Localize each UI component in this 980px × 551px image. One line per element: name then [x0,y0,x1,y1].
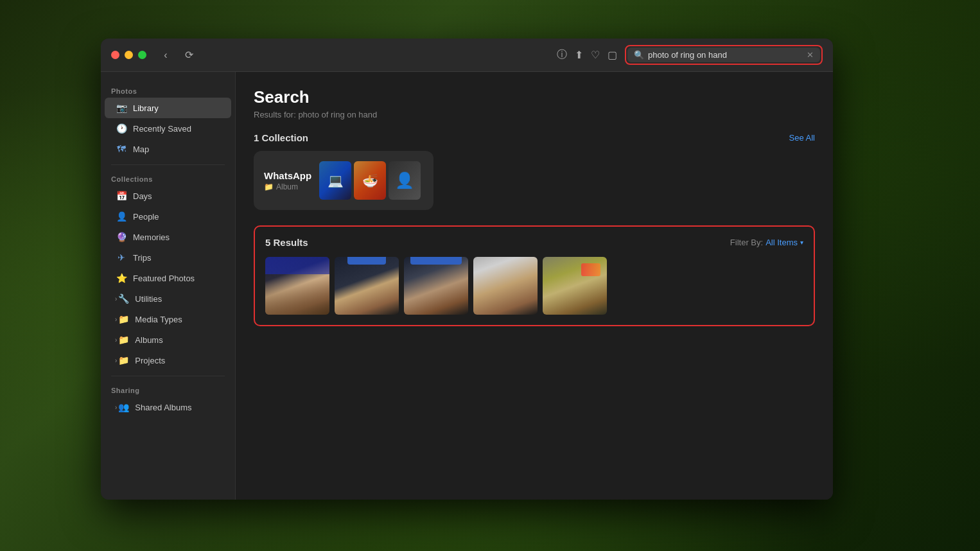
sidebar-days-label: Days [133,191,221,201]
collection-thumb-1 [319,161,351,200]
app-window: ‹ ⟳ ⓘ ⬆ ♡ ▢ 🔍 ✕ Photos 📷 Library [101,39,833,500]
sidebar-recently-saved-label: Recently Saved [133,124,221,134]
main-content: Photos 📷 Library 🕐 Recently Saved 🗺 Map … [101,72,833,500]
sidebar-section-collections: Collections [101,170,235,186]
sidebar-item-media-types[interactable]: › 📁 Media Types [105,309,231,329]
collection-thumbnails [319,161,423,200]
results-header: 5 Results Filter By: All Items ▾ [265,237,803,248]
traffic-lights [111,51,146,59]
sidebar-item-albums[interactable]: › 📁 Albums [105,329,231,350]
sidebar-item-library[interactable]: 📷 Library [105,98,231,118]
info-icon[interactable]: ⓘ [557,48,567,62]
fullscreen-button[interactable] [138,51,146,59]
nav-buttons: ‹ ⟳ [157,46,198,64]
photo-result-5[interactable] [543,257,607,315]
rotate-button[interactable]: ⟳ [180,46,198,64]
collection-info: WhatsApp 📁 Album [264,170,311,191]
collection-thumb-3 [389,161,421,200]
search-container: 🔍 ✕ [627,48,820,62]
content-area: Search Results for: photo of ring on han… [236,72,833,500]
sidebar-item-projects[interactable]: › 📁 Projects [105,350,231,371]
sidebar-section-sharing: Sharing [101,381,235,397]
search-clear-icon[interactable]: ✕ [807,50,814,60]
sidebar-people-label: People [133,212,221,222]
collection-type: 📁 Album [264,182,311,191]
photo-result-2[interactable] [335,257,399,315]
search-box-highlighted: 🔍 ✕ [625,45,823,65]
filter-value[interactable]: All Items [766,238,798,247]
results-count-title: 5 Results [265,237,308,248]
people-icon: 👤 [115,210,128,223]
sidebar-trips-label: Trips [133,253,221,263]
sidebar-item-days[interactable]: 📅 Days [105,186,231,206]
page-title: Search [254,87,815,107]
results-section: 5 Results Filter By: All Items ▾ [254,225,815,326]
whatsapp-collection-card[interactable]: WhatsApp 📁 Album [254,151,433,210]
sidebar-shared-albums-label: Shared Albums [135,403,221,412]
sidebar-divider-1 [111,164,225,165]
sidebar-media-types-label: Media Types [135,315,221,324]
filter-chevron-icon: ▾ [800,239,803,246]
sidebar-divider-2 [111,376,225,376]
see-all-button[interactable]: See All [789,133,815,143]
utilities-icon: 🔧 [117,292,130,305]
sidebar-item-people[interactable]: 👤 People [105,206,231,227]
titlebar: ‹ ⟳ ⓘ ⬆ ♡ ▢ 🔍 ✕ [101,39,833,72]
sidebar-utilities-label: Utilities [135,294,221,304]
sidebar-projects-label: Projects [135,356,221,365]
memories-icon: 🔮 [115,231,128,243]
sidebar-item-recently-saved[interactable]: 🕐 Recently Saved [105,118,231,139]
heart-icon[interactable]: ♡ [591,49,600,61]
collection-section-header: 1 Collection See All [254,132,815,143]
sidebar: Photos 📷 Library 🕐 Recently Saved 🗺 Map … [101,72,236,500]
collection-section-title: 1 Collection [254,132,308,143]
sidebar-item-utilities[interactable]: › 🔧 Utilities [105,288,231,309]
filter-by-label: Filter By: [730,238,763,247]
sidebar-item-featured-photos[interactable]: ⭐ Featured Photos [105,268,231,288]
photos-grid [265,257,803,315]
days-icon: 📅 [115,189,128,202]
collection-name: WhatsApp [264,170,311,181]
minimize-button[interactable] [125,51,133,59]
results-for-text: Results for: photo of ring on hand [254,110,815,119]
toolbar-tools: ⓘ ⬆ ♡ ▢ [557,48,617,62]
albums-icon: 📁 [117,333,130,346]
sidebar-item-trips[interactable]: ✈ Trips [105,247,231,268]
sidebar-item-memories[interactable]: 🔮 Memories [105,227,231,247]
sidebar-memories-label: Memories [133,232,221,242]
search-icon: 🔍 [634,50,644,60]
share-icon[interactable]: ⬆ [575,49,583,61]
media-types-icon: 📁 [117,313,130,326]
sidebar-section-photos: Photos [101,82,235,98]
sidebar-item-shared-albums[interactable]: › 👥 Shared Albums [105,397,231,417]
library-icon: 📷 [115,101,128,114]
slideshow-icon[interactable]: ▢ [608,49,617,61]
search-input[interactable] [648,50,807,60]
recently-saved-icon: 🕐 [115,122,128,135]
map-icon: 🗺 [115,143,128,155]
close-button[interactable] [111,51,119,59]
sidebar-item-map[interactable]: 🗺 Map [105,139,231,159]
trips-icon: ✈ [115,251,128,264]
sidebar-library-label: Library [133,103,221,113]
back-button[interactable]: ‹ [157,46,175,64]
sidebar-featured-label: Featured Photos [133,274,221,283]
shared-albums-icon: 👥 [117,401,130,414]
photo-result-1[interactable] [265,257,329,315]
photo-result-3[interactable] [404,257,468,315]
collection-thumb-2 [354,161,386,200]
sidebar-albums-label: Albums [135,335,221,345]
photo-result-4[interactable] [473,257,538,315]
filter-by-control[interactable]: Filter By: All Items ▾ [730,238,803,247]
projects-icon: 📁 [117,354,130,367]
sidebar-map-label: Map [133,144,221,154]
collection-type-icon: 📁 [264,182,274,191]
featured-photos-icon: ⭐ [115,272,128,284]
